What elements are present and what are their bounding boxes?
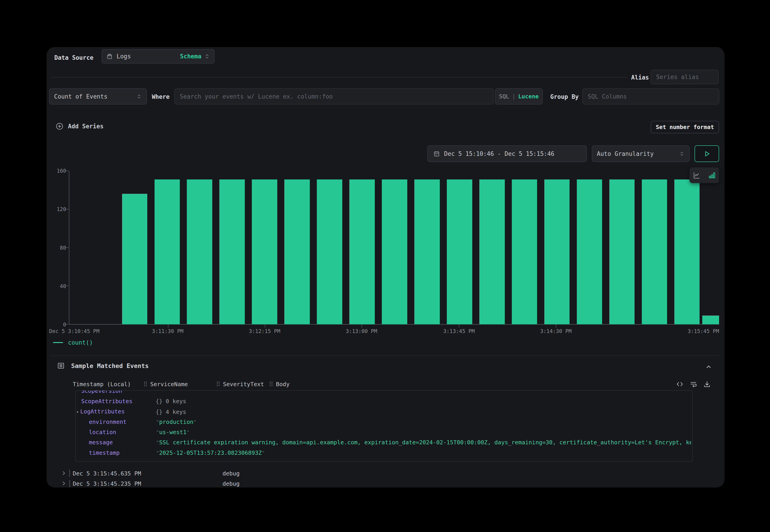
event-severity: debug bbox=[222, 470, 239, 477]
chart-bar bbox=[609, 179, 635, 324]
attribute-row[interactable]: environment "production" bbox=[89, 419, 127, 425]
collapse-section-icon[interactable] bbox=[705, 363, 713, 371]
lucene-option[interactable]: Lucene bbox=[518, 93, 539, 100]
attribute-row[interactable]: ▾LogAttributes {}4 keys bbox=[76, 408, 125, 415]
line-chart-icon[interactable] bbox=[693, 172, 700, 179]
x-tick-label: 3:13:45 PM bbox=[443, 328, 475, 334]
attribute-meta: 4 keys bbox=[166, 409, 186, 415]
set-number-format-button[interactable]: Set number format bbox=[651, 121, 719, 133]
attribute-value: us-west1 bbox=[159, 429, 186, 435]
event-timestamp: Dec 5 3:15:45.635 PM bbox=[73, 470, 141, 477]
schema-link[interactable]: Schema bbox=[180, 53, 201, 60]
attribute-key: message bbox=[89, 439, 113, 446]
data-source-label: Data Source bbox=[54, 54, 93, 61]
attribute-key: LogAttributes bbox=[80, 408, 125, 415]
y-tick-label: 120 bbox=[57, 207, 66, 212]
severity-indicator bbox=[69, 470, 70, 477]
x-tick-label: Dec 5 3:10:45 PM bbox=[49, 328, 100, 334]
alias-divider bbox=[50, 77, 628, 77]
download-icon[interactable] bbox=[703, 380, 711, 388]
col-severitytext[interactable]: SeverityText bbox=[223, 381, 264, 388]
chevron-right-icon[interactable] bbox=[61, 470, 67, 476]
chevron-right-icon[interactable] bbox=[61, 480, 67, 486]
x-tick-label: 3:15:45 PM bbox=[688, 328, 719, 334]
query-builder-card: Data Source Logs Schema Alias Count of E… bbox=[47, 47, 725, 487]
chart-bar bbox=[382, 179, 407, 324]
query-language-toggle[interactable]: SQL | Lucene bbox=[495, 88, 543, 104]
chart-plot-area bbox=[69, 171, 719, 325]
event-row[interactable]: Dec 5 3:15:45.635 PM debug bbox=[47, 469, 719, 479]
chart-bar bbox=[479, 179, 505, 324]
chevron-updown-icon bbox=[136, 93, 142, 100]
chart-bar bbox=[219, 179, 245, 324]
col-servicename[interactable]: ServiceName bbox=[150, 381, 188, 388]
chart-x-axis: Dec 5 3:10:45 PM3:11:30 PM3:12:15 PM3:13… bbox=[69, 328, 719, 335]
y-tick-mark bbox=[66, 171, 69, 171]
alias-input[interactable] bbox=[651, 74, 718, 80]
attribute-key: ScopeAttributes bbox=[81, 398, 132, 405]
braces-icon: {} bbox=[156, 398, 162, 405]
attribute-row[interactable]: ScopeAttributes {}0 keys bbox=[81, 398, 132, 405]
y-tick-label: 40 bbox=[60, 283, 66, 289]
y-tick-mark bbox=[66, 286, 69, 286]
x-tick-mark bbox=[361, 325, 362, 328]
attribute-key: ScopeVersion bbox=[81, 390, 122, 394]
y-tick-mark bbox=[66, 324, 69, 324]
section-divider bbox=[50, 355, 719, 356]
y-tick-label: 0 bbox=[63, 322, 66, 327]
drag-handle-icon[interactable] bbox=[143, 381, 148, 387]
search-input[interactable] bbox=[175, 93, 493, 100]
wrap-text-icon[interactable] bbox=[689, 380, 698, 388]
legend-swatch bbox=[53, 342, 63, 343]
database-icon bbox=[106, 53, 113, 60]
calendar-icon bbox=[433, 150, 440, 157]
run-query-button[interactable] bbox=[695, 145, 719, 162]
x-tick-mark bbox=[168, 325, 168, 328]
group-by-input-wrap bbox=[582, 88, 719, 104]
chart-bar bbox=[577, 179, 602, 324]
event-list-icon bbox=[57, 362, 65, 370]
time-range-value: Dec 5 15:10:46 - Dec 5 15:15:46 bbox=[444, 150, 554, 157]
add-series-label: Add Series bbox=[68, 123, 104, 130]
sql-option[interactable]: SQL bbox=[499, 93, 509, 100]
bar-chart-icon[interactable] bbox=[708, 172, 716, 179]
attribute-key: environment bbox=[89, 419, 127, 425]
aggregation-value: Count of Events bbox=[54, 93, 107, 100]
events-section-header[interactable]: Sample Matched Events bbox=[57, 362, 149, 370]
drag-handle-icon[interactable] bbox=[269, 381, 274, 387]
group-by-input[interactable] bbox=[583, 93, 719, 100]
legend-series-label: count() bbox=[68, 339, 93, 346]
add-series-button[interactable]: Add Series bbox=[56, 122, 104, 130]
data-source-value: Logs bbox=[117, 53, 131, 60]
attribute-row[interactable]: ScopeVersion "" bbox=[81, 390, 122, 394]
chart-bar bbox=[512, 179, 537, 324]
aggregation-select[interactable]: Count of Events bbox=[49, 88, 147, 104]
event-severity: debug bbox=[222, 480, 239, 487]
x-tick-label: 3:12:15 PM bbox=[249, 328, 280, 334]
time-range-picker[interactable]: Dec 5 15:10:46 - Dec 5 15:15:46 bbox=[427, 145, 587, 162]
chart-y-axis: 04080120160 bbox=[47, 171, 68, 325]
chart-bar bbox=[544, 179, 570, 324]
data-source-select[interactable]: Logs Schema bbox=[102, 49, 214, 64]
chevron-updown-icon bbox=[204, 53, 210, 60]
expander-triangle-icon[interactable]: ▾ bbox=[76, 409, 79, 415]
event-timestamp: Dec 5 3:15:45.235 PM bbox=[73, 480, 141, 487]
chart-bar bbox=[447, 179, 472, 324]
col-body[interactable]: Body bbox=[276, 381, 289, 388]
granularity-select[interactable]: Auto Granularity bbox=[592, 145, 690, 162]
event-row[interactable]: Dec 5 3:15:45.235 PM debug bbox=[47, 479, 719, 487]
x-tick-label: 3:14:30 PM bbox=[540, 328, 572, 334]
x-tick-mark bbox=[556, 325, 556, 328]
y-tick-mark bbox=[66, 209, 69, 209]
col-timestamp[interactable]: Timestamp (Local) bbox=[73, 381, 131, 388]
code-view-icon[interactable] bbox=[676, 380, 684, 388]
chart-bar bbox=[702, 316, 719, 324]
alias-input-wrap bbox=[651, 70, 719, 84]
alias-label: Alias bbox=[631, 74, 649, 81]
drag-handle-icon[interactable] bbox=[216, 381, 221, 387]
attribute-row[interactable]: message "SSL certificate expiration warn… bbox=[89, 439, 691, 446]
attribute-meta: 0 keys bbox=[166, 398, 186, 405]
attribute-row[interactable]: location "us-west1" bbox=[89, 429, 116, 435]
x-tick-mark bbox=[265, 325, 265, 328]
attribute-row[interactable]: timestamp "2025-12-05T13:57:23.082306893… bbox=[89, 450, 119, 456]
